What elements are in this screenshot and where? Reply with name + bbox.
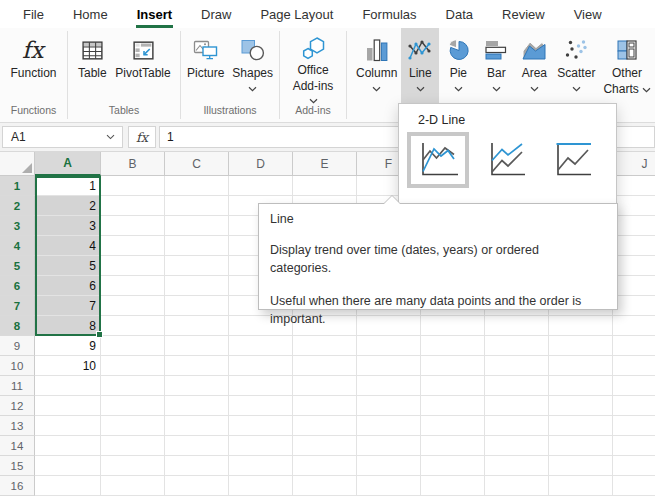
- cell-a2[interactable]: 2: [35, 196, 101, 216]
- cell-c14[interactable]: [165, 436, 229, 456]
- ribbon-button-table[interactable]: Table: [73, 28, 111, 103]
- ribbon-button-scatter[interactable]: Scatter: [553, 28, 599, 103]
- cell-g13[interactable]: [421, 416, 485, 436]
- cell-d13[interactable]: [229, 416, 293, 436]
- cell-i12[interactable]: [549, 396, 613, 416]
- cell-c2[interactable]: [165, 196, 229, 216]
- cell-g11[interactable]: [421, 376, 485, 396]
- cell-d10[interactable]: [229, 356, 293, 376]
- cell-j6[interactable]: [613, 276, 655, 296]
- cell-a14[interactable]: [35, 436, 101, 456]
- cell-b16[interactable]: [101, 476, 165, 496]
- cell-i10[interactable]: [549, 356, 613, 376]
- cell-c11[interactable]: [165, 376, 229, 396]
- cell-a4[interactable]: 4: [35, 236, 101, 256]
- chevron-down-icon[interactable]: [416, 84, 425, 92]
- tab-formulas[interactable]: Formulas: [361, 2, 417, 27]
- cell-f15[interactable]: [357, 456, 421, 476]
- cell-f16[interactable]: [357, 476, 421, 496]
- cell-a16[interactable]: [35, 476, 101, 496]
- row-header-8[interactable]: 8: [0, 316, 35, 336]
- cell-a10[interactable]: 10: [35, 356, 101, 376]
- cell-h16[interactable]: [485, 476, 549, 496]
- cell-h11[interactable]: [485, 376, 549, 396]
- cell-b3[interactable]: [101, 216, 165, 236]
- column-header-j[interactable]: J: [613, 152, 655, 176]
- cell-j3[interactable]: [613, 216, 655, 236]
- cell-e11[interactable]: [293, 376, 357, 396]
- cell-d11[interactable]: [229, 376, 293, 396]
- cell-a1[interactable]: 1: [35, 176, 101, 196]
- cell-a7[interactable]: 7: [35, 296, 101, 316]
- cell-h9[interactable]: [485, 336, 549, 356]
- cell-a15[interactable]: [35, 456, 101, 476]
- cell-g14[interactable]: [421, 436, 485, 456]
- cell-b11[interactable]: [101, 376, 165, 396]
- cell-e16[interactable]: [293, 476, 357, 496]
- ribbon-button-shapes[interactable]: Shapes: [228, 28, 277, 103]
- cell-i9[interactable]: [549, 336, 613, 356]
- cell-c8[interactable]: [165, 316, 229, 336]
- cell-c5[interactable]: [165, 256, 229, 276]
- cell-c13[interactable]: [165, 416, 229, 436]
- cell-h15[interactable]: [485, 456, 549, 476]
- cell-a3[interactable]: 3: [35, 216, 101, 236]
- tab-data[interactable]: Data: [445, 2, 474, 27]
- tab-draw[interactable]: Draw: [200, 2, 232, 27]
- column-header-c[interactable]: C: [165, 152, 229, 176]
- cell-j11[interactable]: [613, 376, 655, 396]
- ribbon-button-column[interactable]: Column: [352, 28, 401, 103]
- row-header-11[interactable]: 11: [0, 376, 35, 396]
- cell-e12[interactable]: [293, 396, 357, 416]
- row-header-6[interactable]: 6: [0, 276, 35, 296]
- cell-f13[interactable]: [357, 416, 421, 436]
- cell-j13[interactable]: [613, 416, 655, 436]
- select-all-corner[interactable]: [0, 152, 35, 176]
- cell-j9[interactable]: [613, 336, 655, 356]
- cell-e1[interactable]: [293, 176, 357, 196]
- cell-d9[interactable]: [229, 336, 293, 356]
- cell-j10[interactable]: [613, 356, 655, 376]
- row-header-15[interactable]: 15: [0, 456, 35, 476]
- cell-a6[interactable]: 6: [35, 276, 101, 296]
- cell-c16[interactable]: [165, 476, 229, 496]
- cell-b12[interactable]: [101, 396, 165, 416]
- chart-option-100-stacked-line[interactable]: [543, 132, 601, 188]
- cell-a12[interactable]: [35, 396, 101, 416]
- cell-f11[interactable]: [357, 376, 421, 396]
- row-header-5[interactable]: 5: [0, 256, 35, 276]
- cell-j7[interactable]: [613, 296, 655, 316]
- cell-j8[interactable]: [613, 316, 655, 336]
- cell-c6[interactable]: [165, 276, 229, 296]
- ribbon-button-line[interactable]: Line: [401, 28, 439, 103]
- cell-f9[interactable]: [357, 336, 421, 356]
- cell-j14[interactable]: [613, 436, 655, 456]
- cell-g15[interactable]: [421, 456, 485, 476]
- insert-function-button[interactable]: fx: [128, 126, 156, 148]
- row-header-10[interactable]: 10: [0, 356, 35, 376]
- chevron-down-icon[interactable]: [530, 84, 539, 92]
- cell-b7[interactable]: [101, 296, 165, 316]
- chevron-down-icon[interactable]: [372, 84, 381, 92]
- cell-c4[interactable]: [165, 236, 229, 256]
- cell-b14[interactable]: [101, 436, 165, 456]
- tab-file[interactable]: File: [22, 2, 45, 27]
- tab-page-layout[interactable]: Page Layout: [259, 2, 334, 27]
- cell-c9[interactable]: [165, 336, 229, 356]
- cell-c1[interactable]: [165, 176, 229, 196]
- cell-c10[interactable]: [165, 356, 229, 376]
- cell-g10[interactable]: [421, 356, 485, 376]
- cell-a13[interactable]: [35, 416, 101, 436]
- tab-view[interactable]: View: [573, 2, 603, 27]
- ribbon-button-area[interactable]: Area: [515, 28, 553, 103]
- chart-option-stacked-line[interactable]: [477, 132, 535, 188]
- row-header-14[interactable]: 14: [0, 436, 35, 456]
- cell-b5[interactable]: [101, 256, 165, 276]
- cell-h10[interactable]: [485, 356, 549, 376]
- row-header-4[interactable]: 4: [0, 236, 35, 256]
- chart-option-line[interactable]: [407, 132, 469, 188]
- cell-e13[interactable]: [293, 416, 357, 436]
- cell-b6[interactable]: [101, 276, 165, 296]
- cell-e10[interactable]: [293, 356, 357, 376]
- ribbon-button-picture[interactable]: Picture: [183, 28, 228, 103]
